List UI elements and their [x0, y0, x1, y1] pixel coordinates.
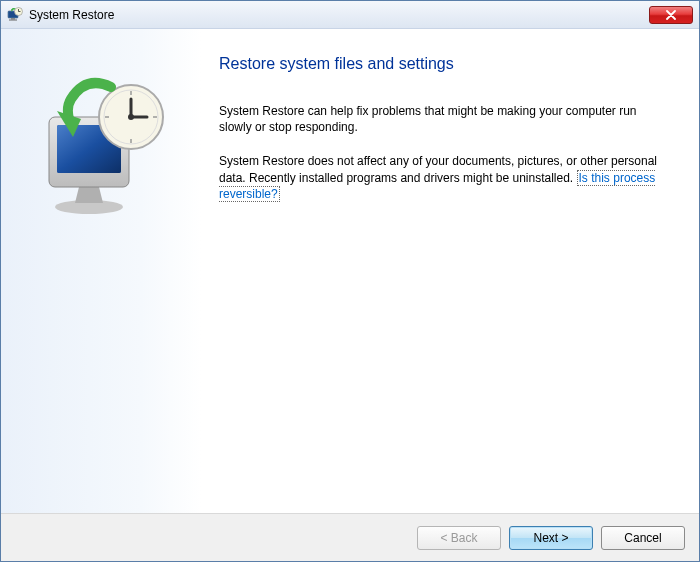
main-pane: Restore system files and settings System…	[201, 29, 699, 513]
system-restore-icon	[7, 7, 23, 23]
window-title: System Restore	[29, 8, 649, 22]
content-area: Restore system files and settings System…	[1, 29, 699, 513]
illustration-pane	[1, 29, 201, 513]
back-button: < Back	[417, 526, 501, 550]
svg-rect-2	[11, 18, 15, 20]
wizard-footer: < Back Next > Cancel	[1, 513, 699, 561]
svg-point-20	[128, 114, 134, 120]
restore-monitor-clock-icon	[31, 69, 171, 219]
close-button[interactable]	[649, 6, 693, 24]
titlebar: System Restore	[1, 1, 699, 29]
intro-paragraph: System Restore can help fix problems tha…	[219, 103, 671, 135]
cancel-button[interactable]: Cancel	[601, 526, 685, 550]
system-restore-dialog: System Restore	[0, 0, 700, 562]
detail-paragraph: System Restore does not affect any of yo…	[219, 153, 671, 202]
page-heading: Restore system files and settings	[219, 55, 671, 73]
next-button[interactable]: Next >	[509, 526, 593, 550]
svg-rect-3	[9, 19, 17, 20]
